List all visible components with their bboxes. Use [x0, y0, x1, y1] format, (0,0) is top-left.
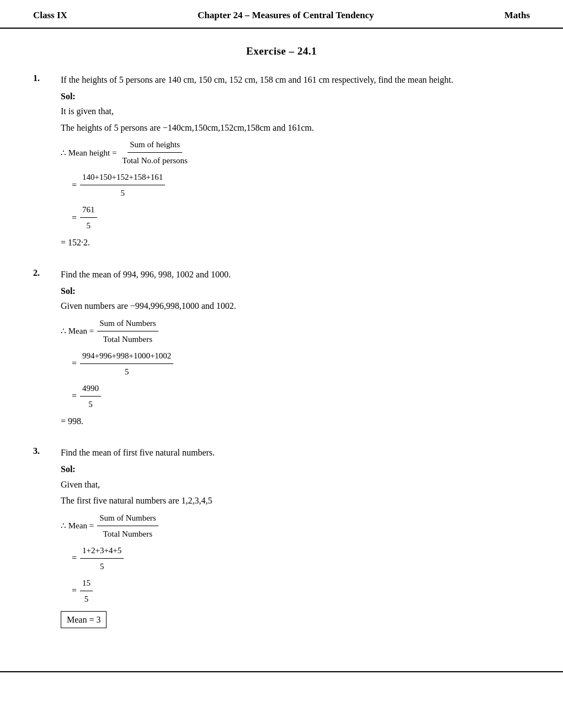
- problem-1-step2-eq: =: [72, 211, 77, 225]
- problem-1-result: = 152·2.: [61, 235, 530, 250]
- problem-2-step2-eq: =: [72, 389, 77, 403]
- problem-3-result-boxed: Mean = 3: [61, 611, 107, 629]
- problem-1-step2-den: 5: [84, 218, 93, 232]
- problem-1-formula-den: Total No.of persons: [120, 153, 190, 167]
- problem-3-step1-num: 1+2+3+4+5: [80, 544, 124, 559]
- problem-1-step2: = 761 5: [72, 203, 530, 232]
- problem-3-formula-frac: Sum of Numbers Total Numbers: [97, 511, 158, 540]
- problem-3-formula-prefix: ∴ Mean =: [61, 519, 94, 532]
- problem-2-formula-prefix: ∴ Mean =: [61, 324, 94, 338]
- problem-3-step2-eq: =: [72, 584, 77, 598]
- problem-2-statement: Find the mean of 994, 996, 998, 1002 and…: [61, 267, 530, 282]
- problem-2-sol: Sol:: [61, 284, 530, 298]
- problem-2-step1-frac: 994+996+998+1000+1002 5: [80, 349, 173, 378]
- problem-3: 3. Find the mean of first five natural n…: [33, 446, 530, 628]
- problem-3-step1-eq: =: [72, 551, 77, 565]
- problem-2: 2. Find the mean of 994, 996, 998, 1002 …: [33, 267, 530, 430]
- problem-2-step1-eq: =: [72, 356, 77, 371]
- problem-1-statement: If the heights of 5 persons are 140 cm, …: [61, 73, 530, 87]
- problem-3-body: Find the mean of first five natural numb…: [61, 446, 530, 628]
- problem-1-body: If the heights of 5 persons are 140 cm, …: [61, 73, 530, 252]
- problem-2-given: Given numbers are −994,996,998,1000 and …: [61, 299, 530, 313]
- problem-2-step2-frac: 4990 5: [80, 382, 101, 411]
- problem-1-step1: = 140+150+152+158+161 5: [72, 170, 530, 200]
- problem-3-sol: Sol:: [61, 462, 530, 477]
- header-subject: Maths: [504, 10, 530, 21]
- problem-1-step1-den: 5: [118, 185, 127, 200]
- problem-2-number: 2.: [33, 267, 61, 430]
- problem-3-given: Given that,: [61, 478, 530, 492]
- problem-1-step2-frac: 761 5: [80, 203, 97, 232]
- problem-1-step1-num: 140+150+152+158+161: [80, 170, 165, 185]
- problem-2-formula-den: Total Numbers: [101, 331, 155, 346]
- header-class: Class IX: [33, 10, 67, 21]
- problem-1-given: It is given that,: [61, 104, 530, 119]
- page: Class IX Chapter 24 – Measures of Centra…: [0, 0, 563, 728]
- problem-1-number: 1.: [33, 73, 61, 252]
- problem-1: 1. If the heights of 5 persons are 140 c…: [33, 73, 530, 252]
- problem-3-formula: ∴ Mean = Sum of Numbers Total Numbers: [61, 511, 530, 540]
- problem-1-formula: ∴ Mean height = Sum of heights Total No.…: [61, 138, 530, 167]
- footer: [0, 671, 563, 683]
- problem-3-step2-den: 5: [82, 591, 91, 606]
- problem-3-result-container: Mean = 3: [61, 609, 530, 629]
- problem-1-step1-frac: 140+150+152+158+161 5: [80, 170, 165, 200]
- problem-1-given2: The heights of 5 persons are −140cm,150c…: [61, 121, 530, 135]
- problem-2-step2-num: 4990: [80, 382, 101, 397]
- problem-2-step2-den: 5: [86, 397, 95, 411]
- problem-1-step1-eq: =: [72, 178, 77, 192]
- problem-1-formula-frac: Sum of heights Total No.of persons: [120, 138, 190, 167]
- problem-2-step1-den: 5: [123, 364, 131, 378]
- problem-2-formula-num: Sum of Numbers: [97, 317, 158, 331]
- problem-3-step2-num: 15: [80, 576, 93, 591]
- problem-3-step2-frac: 15 5: [80, 576, 93, 606]
- problem-1-sol: Sol:: [61, 89, 530, 104]
- problem-1-formula-prefix: ∴ Mean height =: [61, 146, 116, 159]
- problem-3-step1-den: 5: [98, 559, 107, 573]
- problem-3-given2: The first five natural numbers are 1,2,3…: [61, 494, 530, 508]
- content-area: 1. If the heights of 5 persons are 140 c…: [0, 73, 563, 655]
- problem-2-step1-num: 994+996+998+1000+1002: [80, 349, 173, 364]
- problem-1-formula-num: Sum of heights: [128, 138, 182, 153]
- problem-3-formula-den: Total Numbers: [101, 526, 155, 540]
- problem-3-step1-frac: 1+2+3+4+5 5: [80, 544, 124, 573]
- problem-3-step2: = 15 5: [72, 576, 530, 606]
- problem-2-step1: = 994+996+998+1000+1002 5: [72, 349, 530, 378]
- problem-2-formula: ∴ Mean = Sum of Numbers Total Numbers: [61, 317, 530, 346]
- header: Class IX Chapter 24 – Measures of Centra…: [0, 0, 563, 29]
- problem-3-statement: Find the mean of first five natural numb…: [61, 446, 530, 460]
- exercise-title: Exercise – 24.1: [0, 45, 563, 57]
- header-chapter: Chapter 24 – Measures of Central Tendenc…: [198, 10, 374, 21]
- problem-1-step2-num: 761: [80, 203, 97, 218]
- problem-2-step2: = 4990 5: [72, 382, 530, 411]
- problem-2-result: = 998.: [61, 414, 530, 429]
- problem-3-step1: = 1+2+3+4+5 5: [72, 544, 530, 573]
- problem-2-formula-frac: Sum of Numbers Total Numbers: [97, 317, 158, 346]
- problem-3-number: 3.: [33, 446, 61, 628]
- problem-2-body: Find the mean of 994, 996, 998, 1002 and…: [61, 267, 530, 430]
- problem-3-formula-num: Sum of Numbers: [97, 511, 158, 526]
